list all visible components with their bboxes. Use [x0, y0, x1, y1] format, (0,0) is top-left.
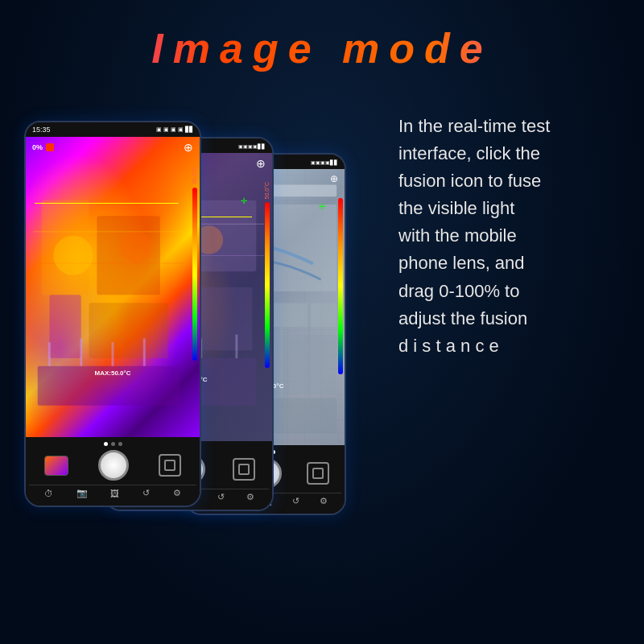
shutter-button-1[interactable]: [98, 450, 129, 481]
status-icons-1: ▣▣▣▣▊▊: [156, 126, 193, 133]
mode-button-3[interactable]: [307, 462, 329, 485]
green-cross-2: ✛: [241, 196, 247, 205]
page-title: Image mode: [0, 24, 644, 72]
desc-line-6: phone lens, and: [398, 253, 525, 273]
crosshair-icon-3[interactable]: ⊕: [330, 173, 338, 184]
toolbar-icon-gallery[interactable]: 🖼: [110, 489, 119, 498]
mode-btn-inner-2: [238, 464, 250, 475]
mode-btn-inner-3: [312, 468, 324, 479]
desc-line-1: In the real-time test: [398, 116, 550, 136]
yellow-line-1: [35, 203, 179, 204]
svg-point-7: [121, 232, 152, 263]
status-icons-2: ▣▣▣▣▊▊: [238, 143, 266, 149]
temp-scale-3: [338, 196, 343, 376]
camera-view-thermal: 0% ⊕ 50.0°C MAX:50.0°C: [26, 137, 200, 437]
temp-top-label: 50.0°C: [192, 167, 197, 184]
desc-line-8: adjust the fusion: [398, 308, 527, 328]
dot-inactive-2: [118, 442, 122, 446]
toolbar-icon-settings[interactable]: ⚙: [173, 488, 181, 498]
description-text: In the real-time test interface, click t…: [398, 113, 620, 360]
toolbar-icon-rotate-2[interactable]: ↺: [217, 492, 225, 502]
toolbar-icon-settings-2[interactable]: ⚙: [246, 492, 254, 502]
mode-btn-inner: [164, 460, 175, 471]
desc-line-5: with the mobile: [398, 225, 517, 246]
mode-button-1[interactable]: [159, 454, 181, 477]
desc-line-2: interface, click the: [398, 143, 540, 163]
toolbar-icon-photo[interactable]: 📷: [76, 488, 88, 498]
toolbar-icon-timer[interactable]: ⏱: [44, 489, 53, 498]
bottom-controls-1: ⏱ 📷 🖼 ↺ ⚙: [26, 437, 200, 506]
time-display: 15:35: [32, 126, 51, 134]
title-container: Image mode: [0, 0, 644, 72]
toolbar-1: ⏱ 📷 🖼 ↺ ⚙: [29, 485, 196, 501]
temp-scale-bar-3: [338, 198, 343, 374]
mode-button-2[interactable]: [233, 458, 255, 481]
dot-indicator-1: [29, 442, 196, 446]
desc-line-3: fusion icon to fuse: [398, 171, 541, 191]
factory-svg-thermal: [26, 137, 200, 437]
desc-line-7: drag 0-100% to: [398, 281, 519, 301]
percentage-label: 0%: [32, 143, 43, 151]
desc-line-9: d i s t a n c e: [398, 336, 499, 356]
temp-top-label-2: 50.0°C: [264, 182, 270, 199]
camera-buttons-1: [29, 450, 196, 481]
dot-inactive: [111, 442, 115, 446]
temp-scale-1: 50.0°C: [192, 167, 197, 361]
phone-thermal: 15:35 ▣▣▣▣▊▊: [24, 121, 201, 507]
temp-scale-2: 50.0°C: [264, 182, 270, 369]
crosshair-icon-2[interactable]: ⊕: [256, 157, 266, 170]
status-bar-1: 15:35 ▣▣▣▣▊▊: [26, 122, 200, 137]
phones-container: 15:35 ▣▣▣▣▊▊: [24, 97, 370, 580]
description-panel: In the real-time test interface, click t…: [386, 97, 628, 368]
svg-rect-3: [89, 303, 168, 358]
crosshair-icon[interactable]: ⊕: [184, 141, 193, 154]
toolbar-icon-rotate-3[interactable]: ↺: [292, 496, 299, 506]
svg-point-6: [53, 236, 93, 275]
top-controls-1: 0% ⊕: [26, 141, 200, 154]
max-temp-1: MAX:50.0°C: [95, 369, 131, 377]
toolbar-icon-settings-3[interactable]: ⚙: [320, 496, 328, 506]
green-cross-3: ✛: [319, 202, 325, 211]
temp-scale-bar: [192, 188, 197, 361]
temp-scale-bar-2: [265, 202, 270, 367]
thumbnail-preview-1[interactable]: [44, 456, 68, 476]
svg-rect-2: [49, 295, 80, 358]
thermal-image: [26, 137, 200, 437]
status-icons-3: ▣▣▣▣▊▊: [311, 159, 338, 165]
desc-line-4: the visible light: [398, 198, 514, 218]
toolbar-icon-rotate[interactable]: ↺: [142, 488, 150, 498]
dot-active: [104, 442, 108, 446]
red-indicator: [46, 143, 54, 151]
